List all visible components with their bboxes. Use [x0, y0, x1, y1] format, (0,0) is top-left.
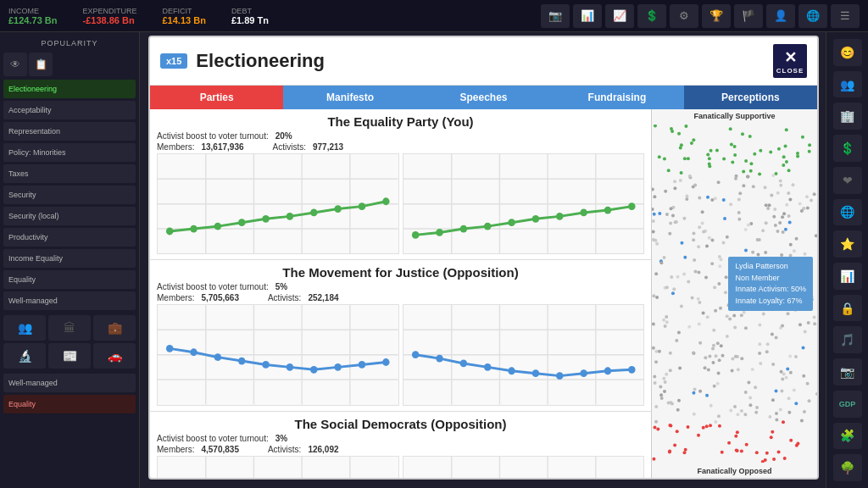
svg-point-33 — [628, 202, 636, 210]
sidebar-item-productivity[interactable]: Productivity — [3, 228, 136, 247]
svg-point-30 — [556, 213, 564, 220]
party-section-justice: The Movement for Justice (Opposition) Ac… — [150, 260, 651, 411]
tab-fundraising[interactable]: Fundraising — [550, 86, 683, 109]
income-stat: INCOME £124.73 Bn — [8, 7, 57, 25]
person-icon[interactable]: 👤 — [766, 4, 795, 28]
chart-members-justice — [157, 304, 399, 405]
right-icon-people[interactable]: 👥 — [833, 71, 862, 98]
dollar-icon[interactable]: 💲 — [637, 4, 666, 28]
deficit-value: £14.13 Bn — [163, 15, 206, 25]
svg-point-62 — [508, 368, 515, 375]
right-icon-puzzle[interactable]: 🧩 — [833, 423, 862, 450]
camera-icon[interactable]: 📷 — [541, 4, 570, 28]
sidebar-item-security-local[interactable]: Security (local) — [3, 207, 136, 225]
viz-label-top: Fanatically Supportive — [652, 109, 817, 123]
tooltip-loyalty: Innate Loyalty: 67% — [735, 296, 806, 308]
right-icon-camera[interactable]: 📷 — [833, 358, 862, 385]
svg-point-67 — [628, 366, 636, 374]
svg-point-50 — [382, 358, 390, 366]
sidebar-item-well-managed[interactable]: Well-managed — [3, 291, 136, 310]
sidebar-item-equality[interactable]: Equality — [3, 270, 136, 289]
tab-perceptions[interactable]: Perceptions — [684, 86, 817, 109]
sidebar-cat-1[interactable]: 👥 — [3, 315, 46, 341]
chart-activists-equality — [403, 153, 645, 254]
income-value: £124.73 Bn — [8, 15, 57, 25]
party-members-equality: Members: 13,617,936 Activists: 977,213 — [157, 142, 644, 152]
right-icon-lock[interactable]: 🔒 — [833, 295, 862, 322]
party-charts-justice — [157, 304, 644, 405]
settings-icon[interactable]: ⚙ — [670, 4, 698, 28]
party-stats-social-dems: Activist boost to voter turnout: 3% — [157, 434, 644, 443]
party-charts-equality — [157, 153, 644, 254]
sidebar-icon-2[interactable]: 📋 — [29, 53, 53, 76]
tooltip-activism: Innate Activism: 50% — [735, 284, 806, 296]
modal-tabs: Parties Manifesto Speeches Fundraising P… — [150, 86, 817, 109]
svg-point-42 — [190, 349, 198, 357]
tab-manifesto[interactable]: Manifesto — [283, 86, 416, 109]
voter-tooltip: Lydia Patterson Non Member Innate Activi… — [728, 257, 813, 311]
sidebar-item-income-equality[interactable]: Income Equality — [3, 249, 136, 268]
sidebar-cat-3[interactable]: 💼 — [93, 315, 136, 341]
sidebar-item-equality-2[interactable]: Equality — [3, 395, 136, 413]
right-icon-tree[interactable]: 🌳 — [833, 454, 862, 481]
menu-icon[interactable]: ☰ — [831, 4, 860, 28]
sidebar-cat-4[interactable]: 🔬 — [3, 343, 46, 369]
chart-icon[interactable]: 📊 — [573, 4, 602, 28]
svg-point-31 — [580, 209, 587, 217]
sidebar-cat-5[interactable]: 📰 — [48, 343, 91, 369]
right-icon-music[interactable]: 🎵 — [833, 326, 862, 353]
globe-icon[interactable]: 🌐 — [798, 4, 827, 28]
svg-point-47 — [310, 366, 318, 374]
top-stats-bar: INCOME £124.73 Bn EXPENDITURE -£138.86 B… — [0, 0, 868, 32]
tab-speeches[interactable]: Speeches — [417, 86, 550, 109]
deficit-stat: DEFICIT £14.13 Bn — [163, 7, 206, 25]
sidebar-cat-2[interactable]: 🏛 — [48, 315, 91, 341]
right-icon-globe[interactable]: 🌐 — [833, 199, 862, 226]
svg-point-60 — [459, 360, 467, 368]
party-name-justice: The Movement for Justice (Opposition) — [157, 265, 644, 280]
sidebar-item-well-managed-2[interactable]: Well-managed — [3, 374, 136, 392]
right-icon-heart[interactable]: ❤ — [833, 167, 862, 194]
modal-close-button[interactable]: ✕ CLOSE — [773, 44, 807, 78]
expenditure-value: -£138.86 Bn — [82, 15, 134, 25]
chart-members-equality — [157, 153, 399, 254]
flag-icon[interactable]: 🏴 — [734, 4, 763, 28]
close-icon: ✕ — [784, 48, 797, 67]
sidebar-item-minorities[interactable]: Policy: Minorities — [3, 143, 136, 162]
svg-point-64 — [556, 373, 564, 380]
svg-point-43 — [214, 354, 222, 362]
party-members-justice: Members: 5,705,663 Activists: 252,184 — [157, 293, 644, 302]
debt-label: DEBT — [231, 7, 252, 15]
left-sidebar: POPULARITY 👁 📋 Electioneering Acceptabil… — [0, 32, 140, 488]
sidebar-item-electioneering[interactable]: Electioneering — [3, 80, 136, 98]
right-icon-building[interactable]: 🏢 — [833, 103, 862, 130]
modal-badge: x15 — [160, 53, 187, 69]
right-icon-star[interactable]: ⭐ — [833, 230, 862, 258]
party-stats-equality: Activist boost to voter turnout: 20% — [157, 131, 644, 141]
tab-parties[interactable]: Parties — [150, 86, 283, 109]
svg-point-13 — [310, 209, 318, 217]
svg-point-16 — [382, 197, 390, 205]
sidebar-item-taxes[interactable]: Taxes — [3, 164, 136, 183]
parties-panel: The Equality Party (You) Activist boost … — [150, 109, 652, 478]
bar-chart-icon[interactable]: 📈 — [605, 4, 634, 28]
right-icon-face[interactable]: 😊 — [833, 39, 862, 66]
viz-panel: Fanatically Supportive Lydia Patterson N… — [652, 109, 817, 478]
modal-body: The Equality Party (You) Activist boost … — [150, 109, 817, 478]
sidebar-item-acceptability[interactable]: Acceptability — [3, 101, 136, 119]
right-icon-chart[interactable]: 📊 — [833, 263, 862, 290]
electioneering-modal: x15 Electioneering ✕ CLOSE Parties Manif… — [148, 36, 819, 480]
chart-activists-social-dems — [403, 456, 645, 478]
sidebar-item-representation[interactable]: Representation — [3, 122, 136, 141]
sidebar-item-security[interactable]: Security — [3, 186, 136, 204]
svg-point-59 — [436, 355, 443, 363]
sidebar-icon-1[interactable]: 👁 — [3, 53, 27, 76]
right-icon-dollar[interactable]: 💲 — [833, 135, 862, 162]
svg-point-48 — [334, 363, 342, 371]
deficit-label: DEFICIT — [163, 7, 192, 15]
trophy-icon[interactable]: 🏆 — [702, 4, 731, 28]
right-icon-gdp[interactable]: GDP — [833, 391, 862, 418]
debt-value: £1.89 Tn — [231, 15, 269, 25]
party-section-equality: The Equality Party (You) Activist boost … — [150, 109, 651, 260]
sidebar-cat-6[interactable]: 🚗 — [93, 343, 136, 369]
